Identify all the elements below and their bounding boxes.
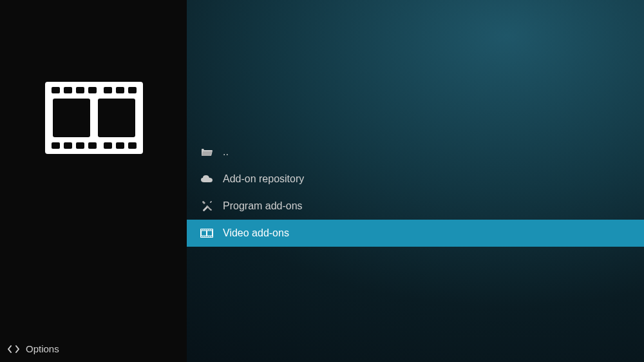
svg-rect-1 — [52, 87, 60, 93]
svg-rect-9 — [64, 142, 72, 149]
options-icon — [8, 345, 19, 354]
svg-rect-30 — [202, 231, 206, 236]
svg-rect-16 — [98, 99, 135, 137]
svg-rect-20 — [205, 229, 207, 231]
svg-rect-28 — [209, 236, 211, 238]
list-item-parent[interactable]: .. — [187, 138, 644, 166]
svg-rect-29 — [211, 236, 213, 238]
svg-rect-18 — [202, 229, 203, 231]
svg-rect-15 — [53, 99, 90, 137]
svg-rect-2 — [64, 87, 72, 93]
list-item-program-addons[interactable]: Program add-ons — [187, 193, 644, 220]
svg-rect-14 — [128, 142, 137, 149]
svg-rect-24 — [202, 236, 203, 238]
svg-rect-4 — [88, 87, 97, 93]
svg-rect-26 — [205, 236, 207, 238]
svg-rect-12 — [104, 142, 112, 149]
list-item-label: Add-on repository — [223, 173, 304, 185]
svg-rect-19 — [204, 229, 205, 231]
film-icon — [45, 82, 143, 157]
svg-rect-10 — [76, 142, 84, 149]
folder-open-icon — [200, 145, 214, 159]
list-item-label: Program add-ons — [223, 200, 303, 212]
svg-rect-27 — [207, 236, 209, 238]
svg-rect-13 — [116, 142, 124, 149]
addon-list: .. Add-on repository Program add-ons — [187, 138, 644, 247]
svg-rect-8 — [52, 142, 60, 149]
svg-rect-23 — [211, 229, 213, 231]
svg-rect-22 — [209, 229, 211, 231]
tools-icon — [200, 199, 214, 213]
video-film-icon — [200, 226, 214, 240]
svg-rect-6 — [116, 87, 124, 93]
main-panel: .. Add-on repository Program add-ons — [187, 0, 644, 362]
svg-rect-7 — [128, 87, 137, 93]
list-item-label: .. — [223, 146, 229, 158]
svg-rect-3 — [76, 87, 84, 93]
options-label: Options — [26, 343, 59, 354]
list-item-label: Video add-ons — [223, 227, 289, 239]
svg-rect-5 — [104, 87, 112, 93]
svg-rect-25 — [204, 236, 205, 238]
svg-rect-31 — [207, 231, 212, 236]
svg-rect-11 — [88, 142, 97, 149]
list-item-addon-repository[interactable]: Add-on repository — [187, 166, 644, 193]
sidebar: Options — [0, 0, 187, 362]
list-item-video-addons[interactable]: Video add-ons — [187, 220, 644, 247]
cloud-icon — [200, 172, 214, 186]
svg-rect-21 — [207, 229, 209, 231]
options-button[interactable]: Options — [8, 343, 59, 354]
